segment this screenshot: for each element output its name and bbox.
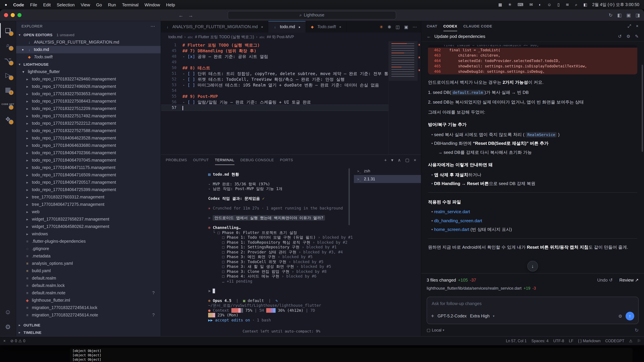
menu-status-icon[interactable]: ▦	[498, 2, 502, 7]
files-changed-summary[interactable]: 3 files changed	[427, 278, 456, 283]
warning-triangle-icon[interactable]: ⚠	[629, 339, 632, 343]
terminal-scrollbar[interactable]	[348, 168, 350, 225]
menu-item[interactable]: Edit	[43, 2, 51, 7]
tab-close-or-dirty-icon[interactable]: ●	[297, 25, 301, 29]
editor-tab[interactable]: ANALYSIS_FOR_FLUTTER_MIGRATION.md ×	[161, 21, 268, 32]
file-tree-row[interactable]: todo_repo_1770183227512209.management	[16, 105, 161, 112]
editor-action-icon[interactable]: ⋯	[412, 24, 417, 29]
file-tree-row[interactable]: default.realm	[16, 275, 161, 282]
file-tree-row[interactable]: migration_1770183227245614.lock	[16, 304, 161, 311]
back-arrow-icon[interactable]: ←	[427, 34, 431, 39]
codegpt-status[interactable]: CODEGPT	[605, 339, 624, 343]
scroll-to-bottom-button[interactable]: ↓	[527, 261, 538, 272]
panel-tab[interactable]: OUTPUT	[193, 155, 209, 165]
open-editor-item[interactable]: ANALYSIS_FOR_FLUTTER_MIGRATION.md	[16, 38, 161, 46]
file-tree-row[interactable]: .flutter-plugins-dependencies	[16, 238, 161, 245]
panel-action-icon[interactable]: ▢	[405, 157, 410, 162]
workspace-header[interactable]: ▾ LIGHTHOUSE	[16, 61, 161, 68]
file-tree-row[interactable]: todo_repo_1770184064720517.management	[16, 179, 161, 186]
notifications-bell-icon[interactable]: ⚐	[637, 339, 641, 343]
menu-status-icon[interactable]: ☺	[547, 2, 552, 7]
dirty-dot-icon[interactable]: ●	[21, 48, 25, 51]
send-button[interactable]: ↑	[626, 312, 634, 321]
environment-selector[interactable]: ▢ Local ▾	[427, 328, 444, 333]
file-tree-row[interactable]: todo_repo_1770183227517492.management	[16, 112, 161, 120]
code-line[interactable]: 57	[161, 105, 388, 111]
folder-row-root[interactable]: lighthouse_flutter	[16, 68, 161, 75]
close-window-button[interactable]	[4, 13, 8, 17]
open-editor-item[interactable]: Todo.swift	[16, 53, 161, 61]
activity-bar-item[interactable]: CODE GPT	[0, 97, 16, 112]
followup-input-box[interactable]: + GPT-5.2-Codex Extra High ▾ ⚙ ↑	[427, 297, 639, 324]
panel-tab[interactable]: DEBUG CONSOLE	[240, 155, 274, 165]
menu-clock[interactable]: 2월 4일 (수) 오후 3:00:50	[592, 2, 639, 7]
terminal-session[interactable]: >_ zsh	[354, 167, 421, 175]
file-tree-row[interactable]: default.realm.note ?	[16, 289, 161, 297]
code-line[interactable]: 1 # Flutter 포팅 TODO (실행 백로그)	[161, 42, 388, 48]
apple-menu-icon[interactable]: ●	[5, 2, 7, 7]
history-icon[interactable]: ↺	[618, 34, 622, 39]
file-tree-row[interactable]: lighthouse_flutter.iml	[16, 297, 161, 304]
code-line[interactable]: 49	[161, 59, 388, 65]
file-tree-row[interactable]: build.yaml	[16, 267, 161, 275]
file-tree-row[interactable]: analysis_options.yaml	[16, 260, 161, 267]
new-task-icon[interactable]: ✎	[635, 34, 639, 39]
file-tree-row[interactable]: todo_repo_1770183227527588.management	[16, 127, 161, 134]
layout-toggle-icon[interactable]: ◨	[636, 12, 640, 18]
file-tree-row[interactable]: todo_repo_1770183227429460.management	[16, 75, 161, 83]
file-tree-row[interactable]: tree_1770184064717275.management	[16, 201, 161, 208]
breadcrumb-item[interactable]: ## 9) Post-MVP	[256, 35, 294, 39]
nav-back-icon[interactable]: ←	[178, 12, 184, 18]
codex-tab[interactable]: CHAT	[427, 21, 437, 31]
codex-conversation[interactable]: final isWide = constraints.maxWidth >= 9…	[421, 41, 644, 273]
file-tree-row[interactable]: widget_1770183227658237.management	[16, 216, 161, 223]
menu-item[interactable]: View	[81, 2, 90, 7]
codex-tab[interactable]: CLAUDE CODE	[464, 21, 492, 31]
activity-bar-item[interactable]: ☺	[0, 305, 16, 320]
file-tree-row[interactable]: migration_1770183227245614.note ?	[16, 311, 161, 319]
command-center-search[interactable]: ⌕ Lighthouse	[228, 11, 396, 19]
editor-tab[interactable]: Todo.swift ×	[306, 21, 347, 32]
terminal-session[interactable]: >_ 2.1.31	[354, 175, 421, 183]
nav-forward-icon[interactable]: →	[188, 12, 193, 18]
background-log-window[interactable]: [object Object][object Object][object Ob…	[70, 348, 632, 362]
file-tree-row[interactable]: .metadata	[16, 252, 161, 260]
editor-action-icon[interactable]: ❋	[388, 24, 391, 29]
file-tree-row[interactable]: todo_repo_1770184064623528.management	[16, 134, 161, 142]
code-editor[interactable]: 1 # Flutter 포팅 TODO (실행 백로그) 45 ## 7) DB…	[161, 41, 421, 155]
code-line[interactable]: 50 ## 8) 테스트	[161, 65, 388, 71]
activity-bar-item[interactable]: ▷	[0, 67, 16, 82]
minimap[interactable]	[388, 41, 418, 155]
menu-status-icon[interactable]: ≋	[566, 2, 569, 7]
followup-input[interactable]	[431, 301, 636, 306]
layout-toggle-icon[interactable]: ▣	[626, 12, 631, 18]
remote-indicator[interactable]: ×	[3, 339, 6, 343]
panel-action-icon[interactable]: ∧	[398, 157, 401, 162]
code-line[interactable]: 45 ## 7) DBHandling (범위 확장 후)	[161, 48, 388, 54]
file-tree-row[interactable]: web	[16, 208, 161, 216]
terminal-output[interactable]: ▤ todo.md 현황 - MVP 완료: 35/36 항목 (97%)	[161, 165, 354, 336]
editor-tab[interactable]: todo.md ●	[268, 21, 306, 32]
open-editors-header[interactable]: ▾ OPEN EDITORS 1 unsaved	[16, 31, 161, 38]
panel-action-icon[interactable]: ▾	[391, 157, 393, 162]
language-mode[interactable]: { } Markdown	[578, 339, 600, 343]
zoom-window-button[interactable]	[18, 13, 22, 17]
file-tree-row[interactable]: default.realm.lock	[16, 282, 161, 289]
file-tree-row[interactable]: todo_repo_1770183227508443.management	[16, 97, 161, 105]
outline-section-header[interactable]: ▸ OUTLINE	[16, 322, 161, 329]
panel-action-icon[interactable]: ×	[414, 157, 416, 162]
menu-status-icon[interactable]: ⌕	[575, 2, 577, 7]
file-tree-row[interactable]: .gitignore	[16, 245, 161, 252]
file-tree-row[interactable]: todo_repo_1770184064702366.management	[16, 149, 161, 157]
codex-tab[interactable]: CODEX	[443, 21, 457, 31]
menu-item[interactable]: File	[30, 2, 37, 7]
code-line[interactable]: 51 - [ ] 단위 테스트: 트리 정합성, copyTree, delet…	[161, 71, 388, 76]
tab-close-or-dirty-icon[interactable]: ×	[338, 25, 342, 29]
menu-status-icon[interactable]: ◧	[584, 2, 587, 7]
menu-item[interactable]: Terminal	[122, 2, 138, 7]
menu-status-icon[interactable]: ✉	[530, 2, 533, 7]
model-selector[interactable]: GPT-5.2-Codex	[438, 314, 467, 319]
effort-selector[interactable]: Extra High	[470, 314, 490, 319]
tab-close-or-dirty-icon[interactable]: ×	[260, 25, 264, 29]
undo-button[interactable]: Undo↺	[597, 278, 613, 283]
